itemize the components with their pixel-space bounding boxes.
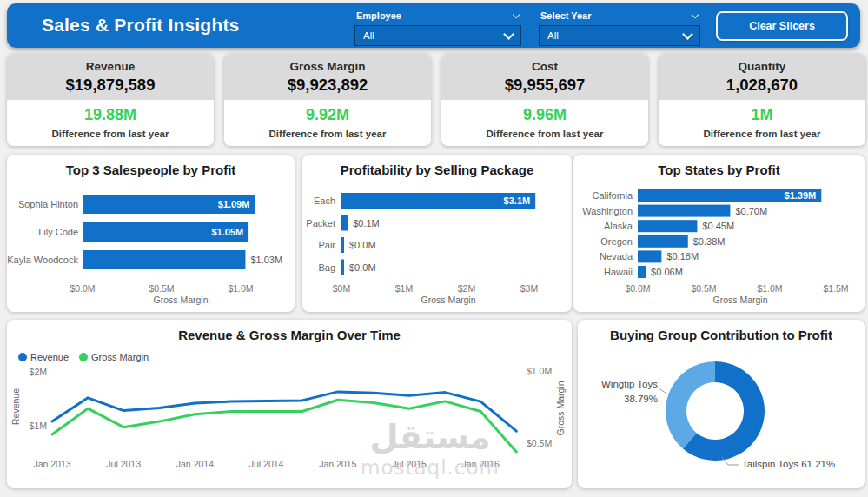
employee-slicer: Employee All: [354, 9, 521, 46]
bar-chart-salespeople[interactable]: Sophia Hinton$1.09MLily Code$1.05MKayla …: [7, 155, 295, 312]
bar[interactable]: [638, 205, 730, 217]
chart-title: Buying Group Contribution to Profit: [578, 320, 865, 342]
svg-text:Jul 2013: Jul 2013: [106, 459, 141, 469]
svg-text:$1.09M: $1.09M: [218, 199, 250, 209]
bar[interactable]: [83, 250, 245, 269]
bar[interactable]: [341, 215, 348, 231]
legend-dot-revenue: [18, 353, 27, 361]
chart-card-top-states: Top States by Profit California$1.39MWas…: [573, 155, 865, 312]
svg-text:$3.1M: $3.1M: [504, 195, 531, 206]
kpi-diff-value: 1M: [659, 106, 865, 124]
svg-text:Packet: Packet: [306, 218, 335, 229]
kpi-diff-caption: Difference from last year: [7, 129, 214, 139]
bar[interactable]: [341, 237, 344, 253]
kpi-diff-caption: Difference from last year: [224, 129, 431, 139]
svg-text:$0.0M: $0.0M: [625, 283, 650, 294]
chart-title: Revenue & Gross Margin Over Time: [7, 320, 572, 342]
svg-text:$1M: $1M: [30, 421, 47, 431]
bar[interactable]: [638, 250, 661, 262]
svg-text:$2M: $2M: [458, 283, 475, 294]
chevron-down-icon: [682, 29, 693, 40]
svg-text:Sophia Hinton: Sophia Hinton: [18, 199, 78, 209]
svg-text:Jul 2015: Jul 2015: [392, 459, 427, 469]
svg-text:$0.0M: $0.0M: [70, 283, 95, 294]
dropdown-value: All: [363, 30, 374, 41]
legend-item-revenue[interactable]: Revenue: [18, 352, 69, 362]
svg-text:$0.06M: $0.06M: [651, 267, 683, 277]
bar-chart-top-states[interactable]: California$1.39MWashington$0.70MAlaska$0…: [573, 155, 865, 312]
chart-title: Top 3 Salespeople by Profit: [7, 155, 295, 177]
kpi-card-revenue: Revenue $19,879,589 19.88M Difference fr…: [7, 54, 214, 146]
svg-text:Alaska: Alaska: [604, 221, 633, 231]
svg-text:Jul 2014: Jul 2014: [249, 459, 284, 469]
kpi-value: $9,923,892: [224, 76, 431, 95]
kpi-diff-caption: Difference from last year: [659, 129, 865, 139]
svg-text:$1.39M: $1.39M: [785, 190, 817, 201]
svg-text:Washington: Washington: [582, 206, 633, 216]
kpi-title: Gross Margin: [224, 54, 431, 73]
donut-label-line: Wingtip Toys: [585, 377, 658, 392]
bar-chart-selling-package[interactable]: Each$3.1MPacket$0.1MPair$0.0MBag$0.0M$0M…: [302, 155, 572, 312]
svg-text:Kayla Woodcock: Kayla Woodcock: [7, 255, 78, 265]
slicer-label: Select Year: [540, 10, 592, 21]
kpi-diff-caption: Difference from last year: [441, 129, 648, 139]
svg-text:$0.0M: $0.0M: [349, 240, 376, 250]
kpi-title: Cost: [441, 54, 648, 73]
line-chart-revenue-gross-margin[interactable]: $2M$1M$1.0M$0.5MJan 2013Jul 2013Jan 2014…: [7, 320, 572, 488]
year-dropdown[interactable]: All: [539, 25, 700, 46]
svg-text:Gross Margin: Gross Margin: [712, 295, 767, 305]
kpi-card-quantity: Quantity 1,028,670 1M Difference from la…: [659, 54, 865, 146]
svg-text:$0.45M: $0.45M: [702, 221, 734, 231]
chart-title: Top States by Profit: [573, 155, 865, 177]
bar[interactable]: [638, 220, 697, 232]
svg-text:Jan 2014: Jan 2014: [176, 459, 214, 469]
legend-label: Revenue: [30, 352, 69, 362]
bar[interactable]: [638, 235, 688, 248]
svg-text:Each: Each: [314, 195, 335, 206]
svg-text:Jan 2013: Jan 2013: [33, 459, 70, 469]
kpi-diff-value: 9.92M: [224, 106, 431, 124]
chart-card-top-salespeople: Top 3 Salespeople by Profit Sophia Hinto…: [7, 155, 295, 312]
kpi-card-cost: Cost $9,955,697 9.96M Difference from la…: [441, 54, 648, 146]
svg-text:Gross Margin: Gross Margin: [555, 381, 566, 435]
kpi-header: Cost $9,955,697: [441, 54, 648, 100]
kpi-diff-value: 19.88M: [7, 106, 214, 124]
svg-text:$3M: $3M: [520, 283, 538, 294]
svg-text:$1M: $1M: [395, 283, 413, 294]
employee-dropdown[interactable]: All: [354, 25, 521, 46]
kpi-diff-value: 9.96M: [441, 106, 648, 124]
dashboard: Sales & Profit Insights Employee All Sel…: [0, 0, 868, 497]
donut-label-line: 38.79%: [585, 392, 658, 407]
chevron-down-icon[interactable]: [513, 11, 520, 18]
line-series[interactable]: [52, 400, 516, 452]
bar[interactable]: [638, 266, 646, 278]
svg-text:Nevada: Nevada: [600, 251, 633, 262]
svg-text:$0.5M: $0.5M: [527, 438, 552, 448]
legend-label: Gross Margin: [91, 352, 149, 362]
svg-text:California: California: [593, 190, 633, 201]
chevron-down-icon: [503, 29, 514, 40]
kpi-card-gross-margin: Gross Margin $9,923,892 9.92M Difference…: [224, 54, 431, 146]
kpi-body: 9.92M Difference from last year: [224, 106, 431, 139]
svg-text:$1.05M: $1.05M: [211, 227, 243, 237]
svg-text:Bag: Bag: [318, 262, 335, 273]
svg-text:$1.03M: $1.03M: [250, 255, 282, 265]
slicer-header: Employee: [354, 9, 521, 25]
chart-legend: Revenue Gross Margin: [18, 352, 149, 362]
kpi-body: 9.96M Difference from last year: [441, 106, 648, 139]
donut-slice[interactable]: [666, 361, 715, 448]
svg-text:Revenue: Revenue: [10, 388, 21, 425]
slicer-header: Select Year: [539, 9, 700, 25]
svg-text:$0.0M: $0.0M: [349, 262, 376, 273]
svg-text:$0.70M: $0.70M: [735, 206, 767, 216]
clear-slicers-button[interactable]: Clear Slicers: [716, 11, 848, 41]
svg-text:Gross Margin: Gross Margin: [153, 295, 208, 305]
chevron-down-icon[interactable]: [692, 11, 699, 18]
svg-text:Lily Code: Lily Code: [38, 227, 78, 237]
legend-item-gross-margin[interactable]: Gross Margin: [79, 352, 149, 362]
bar[interactable]: [341, 260, 344, 275]
svg-text:$0.5M: $0.5M: [691, 283, 716, 294]
svg-text:Oregon: Oregon: [600, 236, 633, 247]
kpi-value: $9,955,697: [441, 76, 648, 95]
svg-text:Jan 2015: Jan 2015: [319, 459, 356, 469]
